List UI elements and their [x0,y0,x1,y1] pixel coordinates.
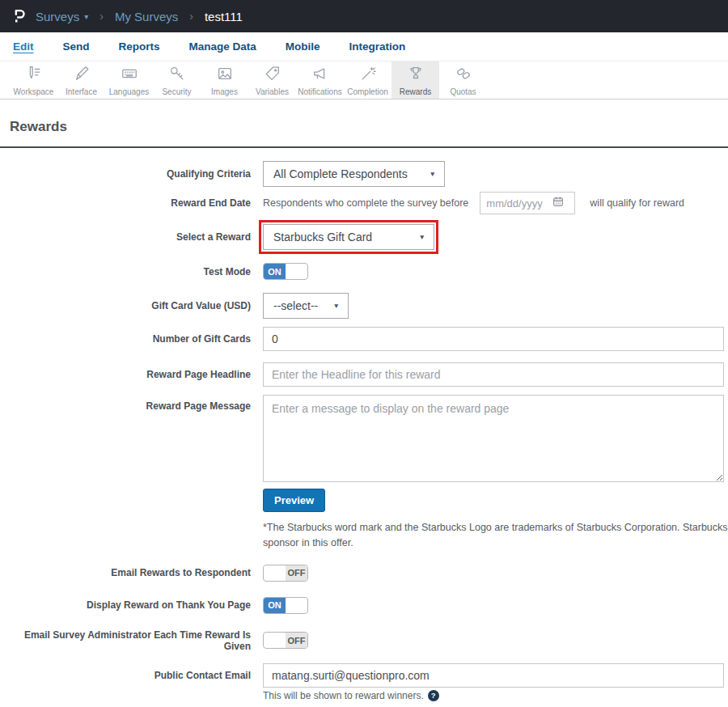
email-admin-label: Email Survey Administrator Each Time Rew… [0,629,251,652]
pen-icon [72,65,91,86]
row-email-rewards: Email Rewards to Respondent OFF [0,565,728,582]
toolbar-item-rewards[interactable]: Rewards [392,61,439,99]
display-reward-toggle[interactable]: ON [263,597,308,614]
toolbar-item-security[interactable]: Security [153,61,201,99]
breadcrumb-separator-icon [96,10,107,23]
toolbar-label: Quotas [450,87,476,96]
end-date-suffix-text: will qualify for reward [590,197,684,209]
page-title: Rewards [10,119,728,135]
row-number-of-gift-cards: Number of Gift Cards [0,327,728,351]
row-test-mode: Test Mode ON [0,263,728,280]
toolbar-item-interface[interactable]: Interface [57,61,105,99]
wand-icon [358,65,378,86]
number-of-gift-cards-input[interactable] [263,327,724,351]
tab-edit[interactable]: Edit [13,40,34,53]
megaphone-icon [311,65,330,86]
pen-list-icon [24,65,44,86]
top-header-bar: Surveys My Surveys test111 [0,0,728,32]
tag-icon [263,65,282,86]
questionpro-logo[interactable] [10,6,28,26]
reward-page-message-label: Reward Page Message [0,395,251,412]
toolbar-item-completion[interactable]: Completion [344,61,392,99]
toggle-knob [264,565,286,581]
reward-page-message-textarea[interactable] [263,395,724,482]
row-reward-end-date: Reward End Date Respondents who complete… [0,192,728,214]
toolbar-item-variables[interactable]: Variables [248,61,296,99]
highlight-box: Starbucks Gift Card [263,224,434,250]
toolbar-label: Workspace [14,87,54,96]
selected-value: All Complete Respondents [273,167,408,180]
toolbar-label: Completion [347,87,388,96]
key-icon [167,65,187,86]
tab-manage-data[interactable]: Manage Data [189,40,256,53]
toggle-state: ON [264,264,286,279]
row-display-reward: Display Reward on Thank You Page ON [0,597,728,614]
select-reward-dropdown[interactable]: Starbucks Gift Card [263,224,434,250]
tab-mobile[interactable]: Mobile [286,40,320,53]
row-qualifying-criteria: Qualifying Criteria All Complete Respond… [0,161,728,187]
reward-page-headline-input[interactable] [263,362,724,387]
toggle-knob [264,633,286,648]
reward-end-date-field[interactable] [480,192,575,214]
toolbar-item-images[interactable]: Images [201,61,248,99]
qualifying-criteria-label: Qualifying Criteria [0,168,251,180]
row-email-admin: Email Survey Administrator Each Time Rew… [0,629,728,652]
row-public-contact-email: Public Contact Email [0,663,728,688]
end-date-prefix-text: Respondents who complete the survey befo… [263,197,468,209]
trophy-icon [406,65,425,86]
tab-send[interactable]: Send [63,40,90,53]
breadcrumb-separator-icon [186,10,197,23]
test-mode-label: Test Mode [0,266,251,277]
email-rewards-label: Email Rewards to Respondent [0,567,251,578]
tab-integration[interactable]: Integration [349,40,406,53]
toggle-knob [286,598,307,613]
helper-text: This will be shown to reward winners. [263,690,424,701]
reward-page-headline-label: Reward Page Headline [0,369,251,380]
starbucks-disclaimer-text: *The Starbucks word mark and the Starbuc… [263,520,728,552]
calendar-icon[interactable] [552,196,564,210]
gift-card-value-select[interactable]: --select-- [263,293,349,319]
rewards-form: Qualifying Criteria All Complete Respond… [0,148,728,707]
edit-toolbar: Workspace Interface Languages Security I… [0,61,728,99]
gift-card-value-label: Gift Card Value (USD) [0,300,251,311]
preview-button[interactable]: Preview [263,489,325,512]
row-gift-card-value: Gift Card Value (USD) --select-- [0,293,728,319]
main-nav-tabs: Edit Send Reports Manage Data Mobile Int… [0,32,728,61]
display-reward-label: Display Reward on Thank You Page [0,599,251,611]
toolbar-label: Languages [109,87,150,96]
chain-icon [454,65,473,86]
selected-value: --select-- [273,299,318,312]
contact-email-helper: This will be shown to reward winners. [263,690,728,701]
help-icon[interactable] [428,690,439,701]
public-contact-email-label: Public Contact Email [0,670,251,681]
toggle-state: OFF [286,633,307,648]
toolbar-label: Images [211,87,238,96]
test-mode-toggle[interactable]: ON [263,263,308,280]
keyboard-icon [120,65,139,86]
toggle-state: OFF [286,565,307,581]
toggle-state: ON [264,598,286,613]
toggle-knob [286,264,307,279]
email-admin-toggle[interactable]: OFF [263,632,308,649]
number-of-gift-cards-label: Number of Gift Cards [0,333,251,345]
toolbar-label: Variables [256,87,289,96]
breadcrumb-survey-name: test111 [205,10,243,23]
row-reward-page-message: Reward Page Message [0,395,728,482]
toolbar-label: Rewards [400,87,431,96]
email-rewards-toggle[interactable]: OFF [263,565,308,582]
toolbar-item-workspace[interactable]: Workspace [10,61,57,99]
row-preview: Preview [0,489,728,512]
tab-reports[interactable]: Reports [119,40,160,53]
surveys-menu[interactable]: Surveys [36,10,88,23]
toolbar-item-quotas[interactable]: Quotas [439,61,487,99]
date-input[interactable] [486,197,552,210]
toolbar-label: Security [162,87,191,96]
reward-end-date-label: Reward End Date [0,197,251,209]
toolbar-label: Notifications [298,87,341,96]
toolbar-item-notifications[interactable]: Notifications [296,61,344,99]
breadcrumb-my-surveys[interactable]: My Surveys [115,10,178,23]
toolbar-item-languages[interactable]: Languages [105,61,153,99]
qualifying-criteria-select[interactable]: All Complete Respondents [263,161,445,187]
toolbar-label: Interface [66,87,97,96]
public-contact-email-input[interactable] [263,663,724,688]
